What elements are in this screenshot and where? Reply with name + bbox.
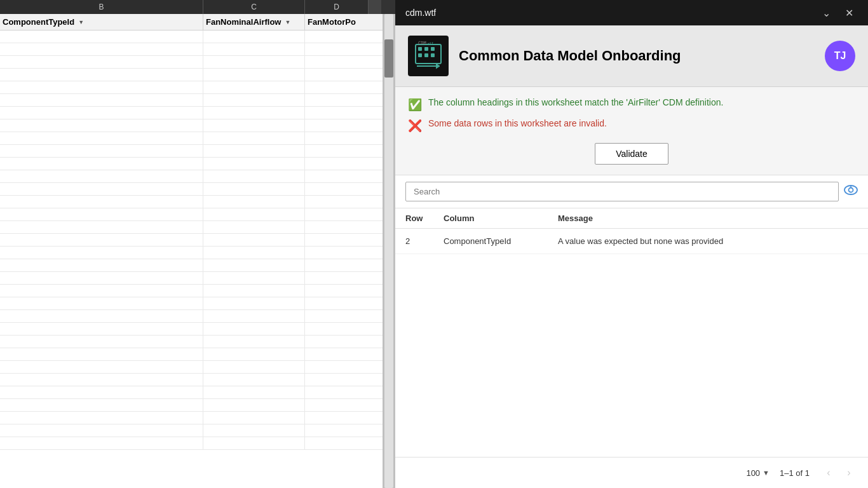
svg-text:CDM: CDM: [418, 41, 426, 46]
table-row: [0, 69, 383, 81]
table-row: [0, 399, 383, 412]
panel: cdm.wtf ⌄ ✕: [395, 0, 868, 488]
col-c-dropdown-icon[interactable]: ▼: [285, 19, 290, 25]
col-d-header: D: [305, 0, 369, 14]
table-row: [0, 81, 383, 94]
svg-point-10: [849, 188, 853, 193]
table-row: [0, 107, 383, 119]
col-b-field-header[interactable]: ComponentTypeId ▼: [0, 14, 203, 30]
svg-rect-5: [424, 53, 428, 57]
page-info: 1–1 of 1: [780, 468, 810, 478]
search-input[interactable]: [405, 182, 839, 201]
field-header-row: ComponentTypeId ▼ FanNominalAirflow ▼ Fa…: [0, 14, 383, 30]
table-row: [0, 285, 383, 297]
svg-rect-1: [418, 47, 422, 51]
next-page-button[interactable]: ›: [840, 464, 858, 482]
per-page-dropdown[interactable]: 100 ▼: [746, 468, 770, 478]
filter-svg: [844, 184, 858, 196]
table-row: [0, 310, 383, 323]
th-message: Message: [558, 214, 858, 223]
col-header-row: B C D: [0, 0, 395, 14]
table-row: [0, 56, 383, 69]
col-d-field-header[interactable]: FanMotorPo: [305, 14, 369, 30]
error-message-text: Some data rows in this worksheet are inv…: [428, 118, 607, 128]
minimize-button[interactable]: ⌄: [817, 4, 835, 22]
messages-section: ✅ The column headings in this worksheet …: [395, 87, 868, 138]
per-page-value: 100: [746, 468, 760, 478]
app-logo: CDM .wtf: [408, 36, 449, 76]
table-row: [0, 297, 383, 310]
table-row: [0, 30, 383, 43]
spreadsheet: B C D ComponentTypeId ▼ FanNominalAirflo…: [0, 0, 395, 488]
table-row: [0, 132, 383, 145]
td-row-number: 2: [405, 236, 444, 246]
close-button[interactable]: ✕: [840, 4, 858, 22]
col-b-label: ComponentTypeId: [3, 17, 74, 27]
table-row: [0, 43, 383, 56]
table-row: [0, 259, 383, 272]
svg-rect-3: [431, 47, 435, 51]
col-b-dropdown-icon[interactable]: ▼: [78, 19, 84, 25]
table-row: [0, 94, 383, 107]
svg-text:.wtf: .wtf: [426, 41, 433, 45]
avatar[interactable]: TJ: [825, 41, 855, 71]
scrollbar-track[interactable]: [384, 14, 393, 488]
app-header: CDM .wtf Common Data Model Onboarding TJ: [395, 25, 868, 87]
table-row: [0, 170, 383, 183]
table-row: [0, 234, 383, 247]
svg-rect-2: [424, 47, 428, 51]
table-header-row: Row Column Message: [395, 208, 868, 229]
table-row: [0, 374, 383, 386]
table-row: [0, 424, 383, 437]
table-section: Row Column Message 2 ComponentTypeId A v…: [395, 175, 868, 488]
col-b-header: B: [0, 0, 203, 14]
pagination-row: 100 ▼ 1–1 of 1 ‹ ›: [395, 457, 868, 488]
table-row: [0, 196, 383, 208]
th-row: Row: [405, 214, 444, 223]
success-message-text: The column headings in this worksheet ma…: [428, 97, 723, 107]
table-row: [0, 158, 383, 170]
validate-button[interactable]: Validate: [595, 143, 668, 165]
page-navigation: ‹ ›: [820, 464, 858, 482]
table-row: [0, 208, 383, 221]
table-row: [0, 348, 383, 361]
td-message: A value was expected but none was provid…: [558, 236, 858, 246]
filter-icon[interactable]: [844, 184, 858, 199]
table-row: [0, 221, 383, 234]
table-row: [0, 336, 383, 348]
title-bar: cdm.wtf ⌄ ✕: [395, 0, 868, 25]
search-row: [395, 175, 868, 208]
scrollbar-thumb[interactable]: [384, 39, 393, 78]
col-c-label: FanNominalAirflow: [206, 17, 281, 27]
error-icon: ❌: [408, 119, 422, 133]
title-bar-title: cdm.wtf: [405, 8, 817, 18]
per-page-selector: 100 ▼: [746, 468, 770, 478]
table-row: [0, 145, 383, 158]
table-row: [0, 119, 383, 132]
sheet-body: ComponentTypeId ▼ FanNominalAirflow ▼ Fa…: [0, 14, 395, 488]
sheet-rows: ComponentTypeId ▼ FanNominalAirflow ▼ Fa…: [0, 14, 383, 488]
vertical-scrollbar[interactable]: [383, 14, 395, 488]
svg-rect-4: [418, 53, 422, 57]
table-row: [0, 247, 383, 259]
panel-content: CDM .wtf Common Data Model Onboarding TJ…: [395, 25, 868, 488]
table-row: [0, 437, 383, 450]
td-column-name: ComponentTypeId: [444, 236, 558, 246]
svg-rect-6: [431, 53, 435, 57]
table-row: [0, 361, 383, 374]
table-row: [0, 386, 383, 399]
table-row: [0, 323, 383, 336]
per-page-dropdown-icon: ▼: [763, 469, 770, 477]
th-column: Column: [444, 214, 558, 223]
col-c-field-header[interactable]: FanNominalAirflow ▼: [203, 14, 305, 30]
validate-row: Validate: [395, 138, 868, 175]
success-message-row: ✅ The column headings in this worksheet …: [408, 97, 855, 112]
success-icon: ✅: [408, 98, 422, 112]
app-title: Common Data Model Onboarding: [459, 48, 815, 64]
table-row: [0, 183, 383, 196]
table-row: [0, 412, 383, 424]
col-d-label: FanMotorPo: [308, 17, 356, 27]
col-c-header: C: [203, 0, 305, 14]
prev-page-button[interactable]: ‹: [820, 464, 837, 482]
error-message-row: ❌ Some data rows in this worksheet are i…: [408, 118, 855, 133]
